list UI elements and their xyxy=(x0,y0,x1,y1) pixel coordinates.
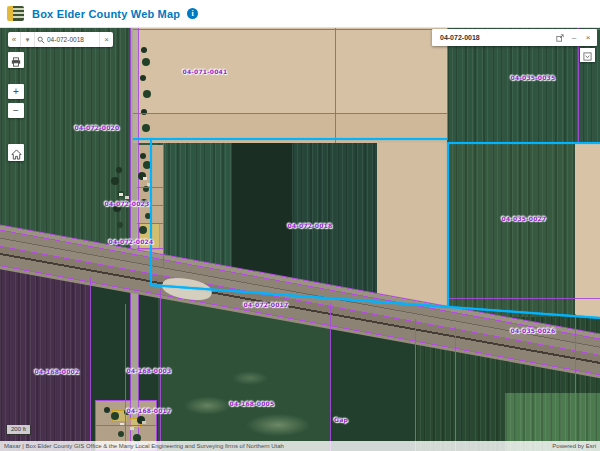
parcel-label: 04-071-0041 xyxy=(183,68,228,75)
powered-by-esri[interactable]: Powered by Esri xyxy=(552,443,596,449)
parcel-line xyxy=(335,27,336,143)
selection-outline xyxy=(447,142,600,144)
parcel-label: 04-168-0005 xyxy=(230,400,275,407)
field-area xyxy=(292,143,377,295)
field-area xyxy=(575,143,600,323)
selection-outline xyxy=(447,142,449,308)
buildings xyxy=(119,193,123,196)
search-source-dropdown[interactable]: ▾ xyxy=(21,32,35,47)
parcel-line xyxy=(133,113,447,114)
selection-outline xyxy=(133,138,447,140)
parcel-line xyxy=(90,277,91,451)
close-icon[interactable]: × xyxy=(581,31,595,44)
minimize-icon[interactable]: – xyxy=(567,31,581,44)
buildings xyxy=(143,177,147,180)
parcel-label: 04-168-0017 xyxy=(127,407,172,414)
collapse-search-button[interactable]: « xyxy=(8,32,21,47)
parcel-label: 04-168-0003 xyxy=(127,367,172,374)
field-area xyxy=(0,262,92,451)
parcel-line xyxy=(330,303,331,451)
attribution-sources: Maxar | Box Elder County GIS Office & th… xyxy=(4,443,284,449)
parcel-line xyxy=(95,425,157,426)
tree-cluster xyxy=(141,47,147,53)
highlighted-parcel xyxy=(129,418,141,428)
parcel-line xyxy=(125,304,126,451)
parcel-label: 04-072-0017 xyxy=(244,301,289,308)
parcel-label: 04-168-0002 xyxy=(35,368,80,375)
parcel-label: 04-072-0024 xyxy=(109,238,154,245)
field-area xyxy=(232,143,292,283)
search-input[interactable] xyxy=(47,36,99,43)
app-header: Box Elder County Web Map i xyxy=(0,0,600,28)
parcel-line xyxy=(575,314,576,451)
tree-cluster xyxy=(140,153,146,159)
parcel-line xyxy=(447,298,600,299)
tree-cluster xyxy=(116,167,122,173)
field-area xyxy=(377,143,447,313)
home-extent-button[interactable] xyxy=(8,144,24,161)
parcel-label: 04-035-0027 xyxy=(502,215,547,222)
popup-collapse-button[interactable] xyxy=(580,48,595,62)
tree-cluster xyxy=(104,407,110,413)
parcel-label: 04-035-0035 xyxy=(511,74,556,81)
parcel-label: 04-035-0026 xyxy=(511,327,556,334)
search-icon xyxy=(35,32,47,47)
parcel-label-selected: 04-072-0018 xyxy=(288,222,333,229)
search-widget: « ▾ × xyxy=(8,32,113,47)
parcel-line xyxy=(415,319,416,451)
parcel-line xyxy=(163,143,164,267)
parcel-label: 04-072-0023 xyxy=(105,200,150,207)
zoom-in-button[interactable]: + xyxy=(8,84,24,99)
popup-title: 04-072-0018 xyxy=(440,34,553,41)
attribution-bar: Maxar | Box Elder County GIS Office & th… xyxy=(0,441,600,451)
county-logo xyxy=(7,6,24,21)
dock-icon[interactable] xyxy=(553,31,567,44)
map-canvas[interactable]: 04-071-0041 04-035-0035 04-072-0020 04-0… xyxy=(0,27,600,451)
info-icon[interactable]: i xyxy=(187,8,198,19)
clear-search-icon[interactable]: × xyxy=(99,32,113,47)
parcel-line xyxy=(455,327,456,451)
field-area xyxy=(447,143,575,323)
feature-popup: 04-072-0018 – × xyxy=(432,29,597,46)
parcel-label: Gap xyxy=(334,416,348,423)
field-area xyxy=(133,27,447,115)
parcel-label: 04-072-0020 xyxy=(75,124,120,131)
app-title: Box Elder County Web Map xyxy=(32,8,180,20)
scale-bar: 200 ft xyxy=(6,425,31,435)
selection-outline xyxy=(150,138,152,286)
zoom-out-button[interactable]: − xyxy=(8,103,24,118)
print-button[interactable] xyxy=(8,52,24,68)
app-window: Box Elder County Web Map i xyxy=(0,0,600,451)
